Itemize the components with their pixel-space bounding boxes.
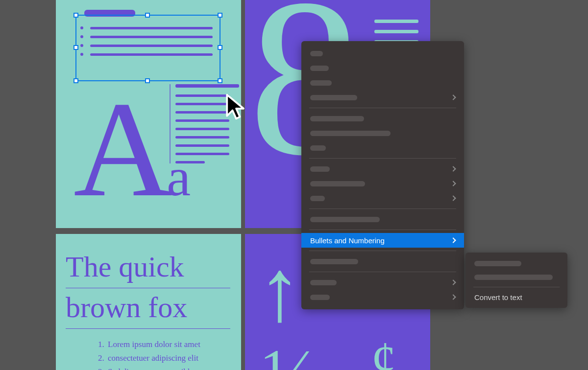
- glyph-cent: ¢: [371, 330, 396, 370]
- glyph-Aa: Aa: [74, 81, 185, 218]
- submenu-item[interactable]: [466, 270, 567, 284]
- chevron-right-icon: [450, 294, 456, 300]
- bullet-icon: [80, 44, 83, 47]
- menu-item-bullets-numbering[interactable]: Bullets and Numbering: [301, 233, 464, 248]
- glyph-fraction: 1⁄: [260, 337, 299, 370]
- menu-item[interactable]: [301, 191, 464, 206]
- list-heading-bar: [84, 10, 135, 17]
- chevron-right-icon: [450, 279, 456, 285]
- bullet-icon: [80, 26, 83, 29]
- list-line: [90, 36, 213, 38]
- chevron-right-icon: [450, 195, 456, 201]
- menu-item[interactable]: [301, 111, 464, 126]
- menu-item[interactable]: [301, 46, 464, 61]
- chevron-right-icon: [450, 181, 456, 186]
- menu-separator: [309, 272, 456, 272]
- document-page-1[interactable]: Aa: [56, 0, 241, 228]
- context-menu[interactable]: Bullets and Numbering: [301, 41, 464, 309]
- list-item: 2.consectetuer adipiscing elit: [98, 353, 241, 363]
- submenu-item-convert-to-text[interactable]: Convert to text: [466, 290, 567, 304]
- paragraph-lines: [175, 84, 239, 169]
- document-page-3[interactable]: The quick brown fox 1.Lorem ipsum dolor …: [56, 234, 241, 370]
- bulleted-list-frame[interactable]: [80, 10, 213, 56]
- arrow-up-icon: ↑: [258, 239, 302, 340]
- menu-item[interactable]: [301, 212, 464, 227]
- menu-separator: [309, 108, 456, 108]
- chevron-right-icon: [450, 94, 456, 100]
- menu-item[interactable]: [301, 176, 464, 191]
- menu-separator: [309, 208, 456, 209]
- menu-item[interactable]: [301, 162, 464, 176]
- menu-item[interactable]: [301, 90, 464, 105]
- list-line: [90, 53, 213, 56]
- bullet-icon: [80, 53, 83, 56]
- sample-headline-line: The quick: [66, 248, 230, 288]
- menu-item[interactable]: [301, 61, 464, 75]
- menu-item[interactable]: [301, 290, 464, 304]
- menu-separator: [309, 251, 456, 251]
- sample-headline: The quick brown fox: [56, 234, 241, 329]
- menu-item[interactable]: [301, 254, 464, 269]
- submenu-item[interactable]: [466, 256, 567, 270]
- sample-headline-line: brown fox: [66, 288, 230, 329]
- menu-separator: [309, 158, 456, 159]
- menu-item[interactable]: [301, 140, 464, 155]
- list-item: 3.Sed diam nonummy nibh: [98, 367, 241, 370]
- list-line: [90, 27, 213, 29]
- chevron-right-icon: [450, 166, 456, 171]
- submenu-bullets-numbering[interactable]: Convert to text: [466, 253, 567, 308]
- list-item: 1.Lorem ipsum dolor sit amet: [98, 340, 241, 349]
- menu-item-label: Bullets and Numbering: [310, 236, 385, 245]
- paragraph-rule: [170, 84, 171, 163]
- menu-item[interactable]: [301, 126, 464, 140]
- numbered-list: 1.Lorem ipsum dolor sit amet 2.consectet…: [98, 340, 241, 370]
- bullet-icon: [80, 35, 83, 38]
- menu-item[interactable]: [301, 75, 464, 90]
- menu-separator: [309, 230, 456, 230]
- menu-item[interactable]: [301, 275, 464, 290]
- list-line: [90, 45, 213, 47]
- chevron-right-icon: [450, 237, 456, 243]
- menu-separator: [473, 287, 560, 287]
- submenu-item-label: Convert to text: [474, 293, 522, 301]
